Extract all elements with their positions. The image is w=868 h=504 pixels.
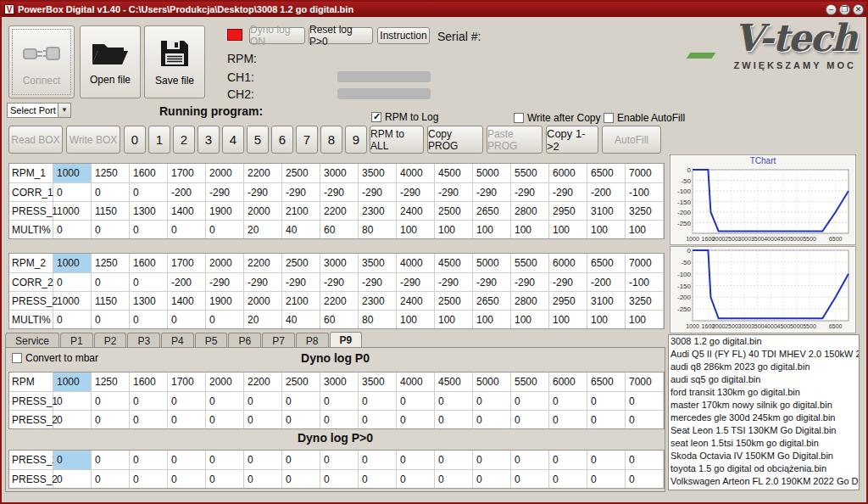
table-cell[interactable]: -100 [626, 273, 664, 291]
table-cell[interactable]: 1600 [130, 254, 168, 272]
table-cell[interactable]: 20 [244, 221, 282, 238]
table-cell[interactable]: 100 [435, 311, 473, 328]
table-cell[interactable]: 2500 [282, 254, 320, 272]
table-cell[interactable]: 100 [511, 221, 549, 238]
file-list-item[interactable]: mercedes gle 300d 245km go digital.bin [669, 412, 859, 424]
table-cell[interactable]: 0 [359, 392, 397, 410]
table-cell[interactable]: 0 [92, 311, 130, 328]
table-cell[interactable]: 0 [435, 451, 473, 469]
table-cell[interactable]: 7000 [626, 164, 664, 182]
table-cell[interactable]: 0 [397, 392, 435, 410]
table-cell[interactable]: 100 [435, 221, 473, 238]
table-cell[interactable]: 0 [168, 411, 206, 428]
table-cell[interactable]: -290 [473, 273, 511, 291]
dyno-log-button[interactable]: Dyno log ON [249, 27, 305, 44]
table-cell[interactable]: 0 [130, 451, 168, 469]
table-cell[interactable]: 100 [626, 221, 664, 238]
table-cell[interactable]: 0 [168, 392, 206, 410]
table-cell[interactable]: 6500 [587, 164, 626, 182]
table-cell[interactable]: 1700 [168, 164, 206, 182]
table-cell[interactable]: 0 [587, 392, 626, 410]
table-cell[interactable]: 100 [549, 221, 587, 238]
table-cell[interactable]: -290 [397, 183, 435, 201]
table-cell[interactable]: 0 [511, 470, 549, 488]
tab-p8[interactable]: P8 [296, 333, 329, 348]
table-cell[interactable]: 80 [359, 311, 397, 328]
table-cell[interactable]: 2000 [206, 164, 244, 182]
tab-p5[interactable]: P5 [195, 333, 228, 348]
table-cell[interactable]: 0 [130, 411, 168, 428]
table-cell[interactable]: 3100 [587, 292, 626, 310]
table-cell[interactable]: 0 [130, 311, 168, 328]
table-cell[interactable]: -290 [206, 273, 244, 291]
table-cell[interactable]: 2650 [473, 292, 511, 310]
table-cell[interactable]: 2500 [435, 292, 473, 310]
table-cell[interactable]: 0 [130, 392, 168, 410]
table-cell[interactable]: 3500 [359, 372, 397, 391]
table-cell[interactable]: 0 [626, 392, 664, 410]
table-cell[interactable]: 2300 [359, 202, 397, 220]
table-cell[interactable]: 0 [435, 470, 473, 488]
file-list-item[interactable]: Seat Leon 1.5 TSI 130KM Go Digital.bin [669, 424, 859, 437]
table-cell[interactable]: 0 [511, 451, 549, 469]
table-cell[interactable]: -290 [473, 183, 511, 201]
table-cell[interactable]: -290 [206, 183, 244, 201]
table-cell[interactable]: 3100 [587, 202, 626, 220]
program-7-button[interactable]: 7 [296, 126, 318, 154]
write-after-copy-checkbox[interactable]: Write after Copy [514, 112, 600, 124]
table-cell[interactable]: 0 [168, 311, 206, 328]
table-cell[interactable]: 2650 [473, 202, 511, 220]
table-cell[interactable]: 6500 [587, 372, 626, 391]
table-cell[interactable]: 100 [397, 221, 435, 238]
table-cell[interactable]: 4500 [435, 254, 473, 272]
table-cell[interactable]: 0 [168, 470, 206, 488]
table-cell[interactable]: 2200 [320, 292, 359, 310]
table-cell[interactable]: 4000 [397, 254, 435, 272]
table-cell[interactable]: 0 [168, 451, 206, 469]
table-cell[interactable]: -290 [435, 273, 473, 291]
table-cell[interactable]: -290 [397, 273, 435, 291]
table-cell[interactable]: 1000 [53, 292, 92, 310]
table-cell[interactable]: 2500 [282, 164, 320, 182]
table-cell[interactable]: 7000 [626, 372, 664, 391]
table-cell[interactable]: -290 [511, 273, 549, 291]
table-cell[interactable]: 0 [206, 221, 244, 238]
table-cell[interactable]: 100 [397, 311, 435, 328]
table-cell[interactable]: 0 [320, 451, 359, 469]
rpm-to-all-button[interactable]: RPM to ALL [370, 126, 424, 154]
file-list-item[interactable]: toyota 1.5 go digital od obciążenia.bin [669, 462, 859, 475]
table-cell[interactable]: 0 [53, 273, 92, 291]
table-cell[interactable]: 5000 [473, 164, 511, 182]
table-cell[interactable]: 0 [473, 470, 511, 488]
table-cell[interactable]: 0 [587, 470, 626, 488]
file-list-item[interactable]: ford transit 130km go digital.bin [669, 386, 859, 399]
table-cell[interactable]: 0 [626, 451, 664, 469]
table-cell[interactable]: 100 [626, 311, 664, 328]
minimize-button[interactable]: – [826, 4, 837, 15]
table-cell[interactable]: -290 [359, 273, 397, 291]
table-cell[interactable]: 80 [359, 221, 397, 238]
table-cell[interactable]: 0 [92, 221, 130, 238]
table-cell[interactable]: 1900 [206, 202, 244, 220]
table-cell[interactable]: 2200 [320, 202, 359, 220]
instruction-button[interactable]: Instruction [377, 27, 430, 44]
table-cell[interactable]: 2400 [397, 202, 435, 220]
table-cell[interactable]: 3250 [626, 202, 664, 220]
table-cell[interactable]: 60 [320, 221, 359, 238]
save-file-button[interactable]: Save file [144, 25, 205, 98]
table-cell[interactable]: 0 [359, 411, 397, 428]
table-cell[interactable]: -200 [587, 273, 626, 291]
table-cell[interactable]: 0 [92, 183, 130, 201]
tab-p4[interactable]: P4 [161, 333, 194, 348]
table-cell[interactable]: 2000 [244, 202, 282, 220]
table-cell[interactable]: 0 [206, 411, 244, 428]
copy-prog-button[interactable]: Copy PROG [427, 126, 483, 154]
tab-p6[interactable]: P6 [228, 333, 261, 348]
file-list-item[interactable]: seat leon 1.5tsi 150km go digital.bin [669, 437, 859, 450]
table-cell[interactable]: 0 [244, 470, 282, 488]
table-cell[interactable]: 2100 [282, 292, 320, 310]
table-cell[interactable]: 0 [130, 221, 168, 238]
table-cell[interactable]: 1000 [53, 202, 92, 220]
table-cell[interactable]: 0 [435, 392, 473, 410]
table-cell[interactable]: 0 [206, 451, 244, 469]
